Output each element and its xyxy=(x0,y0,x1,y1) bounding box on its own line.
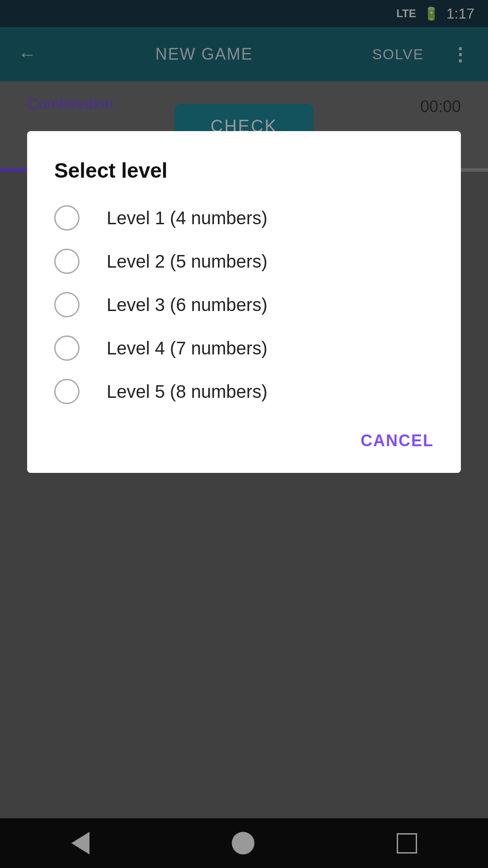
level3-label: Level 3 (6 numbers) xyxy=(107,295,267,315)
level1-radio[interactable] xyxy=(54,205,80,231)
level5-option[interactable]: Level 5 (8 numbers) xyxy=(54,379,434,404)
level5-label: Level 5 (8 numbers) xyxy=(107,382,267,402)
level4-radio[interactable] xyxy=(54,335,80,361)
level2-label: Level 2 (5 numbers) xyxy=(107,251,267,272)
level1-option[interactable]: Level 1 (4 numbers) xyxy=(54,205,434,231)
level4-option[interactable]: Level 4 (7 numbers) xyxy=(54,335,434,361)
dialog-title: Select level xyxy=(54,158,434,183)
level5-radio[interactable] xyxy=(54,379,80,404)
level3-option[interactable]: Level 3 (6 numbers) xyxy=(54,292,434,317)
level1-label: Level 1 (4 numbers) xyxy=(107,208,267,228)
select-level-dialog: Select level Level 1 (4 numbers) Level 2… xyxy=(27,131,461,473)
level3-radio[interactable] xyxy=(54,292,80,317)
level4-label: Level 4 (7 numbers) xyxy=(107,338,267,359)
level2-radio[interactable] xyxy=(54,249,80,274)
cancel-button[interactable]: CANCEL xyxy=(361,431,434,450)
dialog-actions: CANCEL xyxy=(54,422,434,450)
level2-option[interactable]: Level 2 (5 numbers) xyxy=(54,249,434,274)
